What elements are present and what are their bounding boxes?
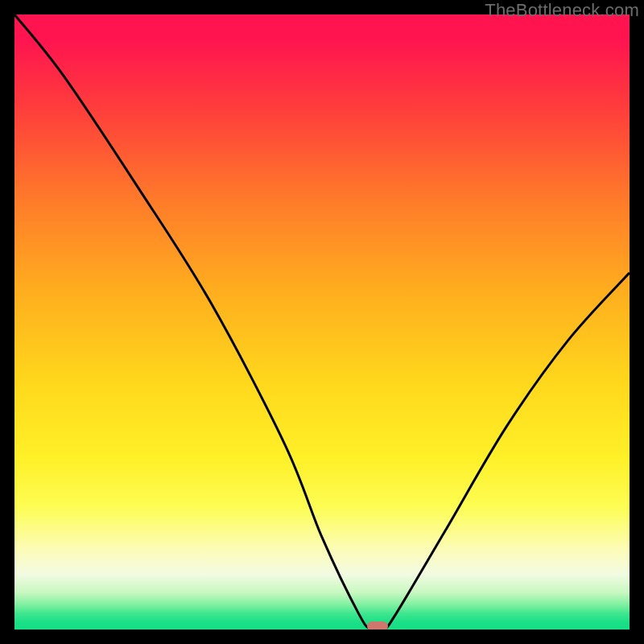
plot-area	[14, 14, 630, 630]
watermark-text: TheBottleneck.com	[485, 0, 639, 21]
optimal-point-marker	[367, 621, 388, 630]
chart-frame: TheBottleneck.com	[0, 0, 644, 644]
bottleneck-curve	[14, 14, 630, 630]
